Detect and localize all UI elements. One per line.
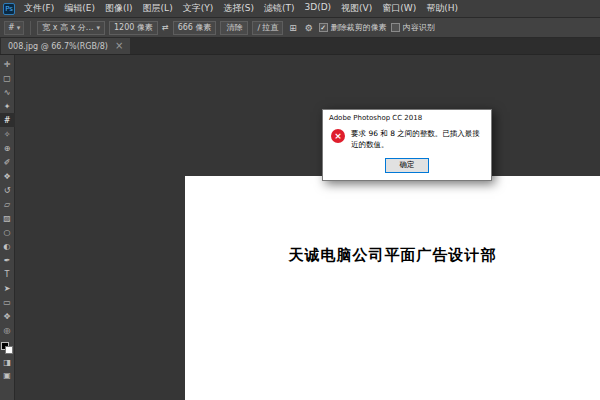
tools-panel: ✛▢∿✦#✧⊕✐❖↺▱▨○◐✒T➤▭✥◎ ◨ ▣	[0, 55, 15, 400]
background-color-swatch[interactable]	[5, 346, 13, 354]
straighten-button[interactable]: ∕ 拉直	[252, 21, 283, 35]
document-tab[interactable]: 008.jpg @ 66.7%(RGB/8) ×	[1, 38, 130, 54]
checkbox-checked-icon: ✓	[319, 23, 328, 32]
dialog-title-bar[interactable]: Adobe Photoshop CC 2018	[323, 110, 491, 125]
menu-item[interactable]: 文件(F)	[19, 2, 59, 15]
menu-item[interactable]: 帮助(H)	[421, 2, 463, 15]
eraser-tool[interactable]: ▱	[0, 197, 15, 211]
crop-height-field[interactable]: 666 像素	[173, 21, 217, 35]
crop-settings-gear-icon[interactable]: ⚙	[303, 23, 315, 33]
dialog-buttons: 确定	[323, 153, 491, 180]
photoshop-window: Ps 文件(F)编辑(E)图像(I)图层(L)文字(Y)选择(S)滤镜(T)3D…	[0, 0, 600, 400]
hand-tool[interactable]: ✥	[0, 309, 15, 323]
menu-item[interactable]: 文字(Y)	[178, 2, 219, 15]
checkbox-unchecked-icon	[391, 23, 400, 32]
crop-width-field[interactable]: 1200 像素	[109, 21, 158, 35]
error-dialog: Adobe Photoshop CC 2018 × 要求 96 和 8 之间的整…	[322, 109, 492, 181]
gradient-tool[interactable]: ▨	[0, 211, 15, 225]
main-area: ✛▢∿✦#✧⊕✐❖↺▱▨○◐✒T➤▭✥◎ ◨ ▣ 天诚电脑公司平面广告设计部 A…	[0, 55, 600, 400]
document-text: 天诚电脑公司平面广告设计部	[185, 246, 600, 265]
ok-button[interactable]: 确定	[385, 158, 429, 173]
menu-item[interactable]: 视图(V)	[336, 2, 377, 15]
document-canvas[interactable]: 天诚电脑公司平面广告设计部	[185, 176, 600, 400]
brush-tool[interactable]: ✐	[0, 155, 15, 169]
history-brush-tool[interactable]: ↺	[0, 183, 15, 197]
zoom-tool[interactable]: ◎	[0, 323, 15, 337]
delete-cropped-pixels-label: 删除裁剪的像素	[331, 22, 387, 33]
menu-item[interactable]: 图层(L)	[138, 2, 178, 15]
path-selection-tool[interactable]: ➤	[0, 281, 15, 295]
document-tab-title: 008.jpg @ 66.7%(RGB/8)	[8, 42, 108, 51]
tab-close-icon[interactable]: ×	[115, 41, 123, 51]
straighten-icon: ∕	[257, 23, 260, 32]
crop-icon: #	[8, 23, 15, 32]
chevron-down-icon: ▾	[97, 24, 101, 32]
crop-tool[interactable]: #	[0, 113, 15, 127]
menu-item[interactable]: 图像(I)	[100, 2, 138, 15]
photoshop-logo-icon: Ps	[3, 3, 15, 15]
options-bar: # ▾ 宽 x 高 x 分... ▾ 1200 像素 ⇄ 666 像素 清除 ∕…	[0, 18, 600, 38]
quick-selection-tool[interactable]: ✦	[0, 99, 15, 113]
menu-item[interactable]: 选择(S)	[218, 2, 259, 15]
swap-dimensions-icon[interactable]: ⇄	[162, 23, 169, 32]
clear-button[interactable]: 清除	[220, 21, 248, 35]
blur-tool[interactable]: ○	[0, 225, 15, 239]
delete-cropped-pixels-checkbox[interactable]: ✓ 删除裁剪的像素	[319, 22, 387, 33]
error-icon: ×	[331, 129, 345, 143]
screen-mode-icon[interactable]: ▣	[3, 371, 11, 380]
content-aware-label: 内容识别	[403, 22, 435, 33]
tab-bar: 008.jpg @ 66.7%(RGB/8) ×	[0, 38, 600, 55]
tool-preset-dropdown[interactable]: # ▾	[4, 21, 24, 35]
move-tool[interactable]: ✛	[0, 57, 15, 71]
menu-item[interactable]: 编辑(E)	[59, 2, 100, 15]
marquee-tool[interactable]: ▢	[0, 71, 15, 85]
dialog-message: 要求 96 和 8 之间的整数。已插入最接近的数值。	[351, 129, 483, 151]
chevron-down-icon: ▾	[17, 24, 21, 32]
menu-item[interactable]: 3D(D)	[299, 2, 336, 15]
crop-ratio-label: 宽 x 高 x 分...	[42, 22, 93, 33]
pen-tool[interactable]: ✒	[0, 253, 15, 267]
overlay-options-icon[interactable]: ⊞	[287, 23, 299, 33]
dialog-title: Adobe Photoshop CC 2018	[329, 114, 422, 122]
dodge-tool[interactable]: ◐	[0, 239, 15, 253]
type-tool[interactable]: T	[0, 267, 15, 281]
clone-stamp-tool[interactable]: ❖	[0, 169, 15, 183]
canvas-area[interactable]: 天诚电脑公司平面广告设计部 Adobe Photoshop CC 2018 × …	[15, 55, 600, 400]
lasso-tool[interactable]: ∿	[0, 85, 15, 99]
menu-bar: Ps 文件(F)编辑(E)图像(I)图层(L)文字(Y)选择(S)滤镜(T)3D…	[0, 0, 600, 18]
divider	[30, 21, 31, 35]
shape-tool[interactable]: ▭	[0, 295, 15, 309]
straighten-label: 拉直	[262, 22, 278, 33]
eyedropper-tool[interactable]: ✧	[0, 127, 15, 141]
color-swatches[interactable]	[1, 342, 13, 354]
menu-items: 文件(F)编辑(E)图像(I)图层(L)文字(Y)选择(S)滤镜(T)3D(D)…	[19, 2, 463, 15]
crop-ratio-dropdown[interactable]: 宽 x 高 x 分... ▾	[37, 21, 105, 35]
menu-item[interactable]: 窗口(W)	[377, 2, 421, 15]
menu-item[interactable]: 滤镜(T)	[259, 2, 300, 15]
healing-brush-tool[interactable]: ⊕	[0, 141, 15, 155]
tool-list: ✛▢∿✦#✧⊕✐❖↺▱▨○◐✒T➤▭✥◎	[0, 57, 15, 337]
dialog-body: × 要求 96 和 8 之间的整数。已插入最接近的数值。	[323, 125, 491, 153]
quick-mask-icon[interactable]: ◨	[3, 358, 11, 367]
content-aware-checkbox[interactable]: 内容识别	[391, 22, 435, 33]
